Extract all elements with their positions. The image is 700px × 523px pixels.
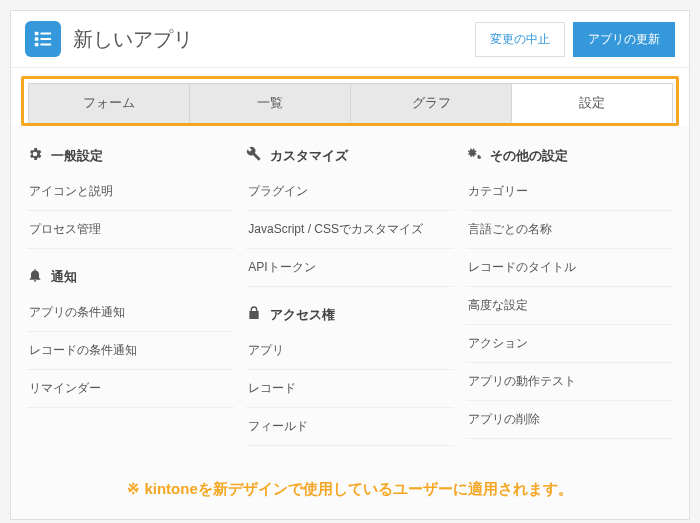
item-record-condition-notify[interactable]: レコードの条件通知 xyxy=(27,332,234,370)
column-3: その他の設定 カテゴリー 言語ごとの名称 レコードのタイトル 高度な設定 アクシ… xyxy=(460,142,679,460)
section-general-title: 一般設定 xyxy=(51,147,103,165)
column-1: 一般設定 アイコンと説明 プロセス管理 通知 アプリの条件通知 レコードの条件通… xyxy=(21,142,240,460)
app-window: 新しいアプリ 変更の中止 アプリの更新 フォーム 一覧 グラフ 設定 一般設定 … xyxy=(10,10,690,520)
svg-rect-0 xyxy=(35,32,39,36)
gear-icon xyxy=(27,146,45,165)
gears-icon xyxy=(466,146,484,165)
svg-rect-2 xyxy=(35,37,39,41)
item-api-token[interactable]: APIトークン xyxy=(246,249,453,287)
section-customize-title: カスタマイズ xyxy=(270,147,348,165)
tab-bar: フォーム 一覧 グラフ 設定 xyxy=(21,76,679,126)
svg-rect-1 xyxy=(40,33,51,35)
tab-settings[interactable]: 設定 xyxy=(511,83,673,123)
lock-icon xyxy=(246,305,264,324)
svg-rect-3 xyxy=(40,38,51,40)
cancel-button[interactable]: 変更の中止 xyxy=(475,22,565,57)
wrench-icon xyxy=(246,146,264,165)
section-other-title: その他の設定 xyxy=(490,147,568,165)
item-js-css[interactable]: JavaScript / CSSでカスタマイズ xyxy=(246,211,453,249)
section-access-title: アクセス権 xyxy=(270,306,335,324)
section-access-header: アクセス権 xyxy=(246,301,453,332)
item-access-record[interactable]: レコード xyxy=(246,370,453,408)
bell-icon xyxy=(27,267,45,286)
item-language-names[interactable]: 言語ごとの名称 xyxy=(466,211,673,249)
tab-list[interactable]: 一覧 xyxy=(189,83,351,123)
item-record-title[interactable]: レコードのタイトル xyxy=(466,249,673,287)
item-advanced[interactable]: 高度な設定 xyxy=(466,287,673,325)
item-category[interactable]: カテゴリー xyxy=(466,173,673,211)
tabs-highlight-frame: フォーム 一覧 グラフ 設定 xyxy=(11,68,689,126)
app-icon xyxy=(25,21,61,57)
item-plugin[interactable]: プラグイン xyxy=(246,173,453,211)
update-button[interactable]: アプリの更新 xyxy=(573,22,675,57)
header: 新しいアプリ 変更の中止 アプリの更新 xyxy=(11,11,689,68)
svg-rect-5 xyxy=(40,44,51,46)
svg-rect-4 xyxy=(35,43,39,47)
column-2: カスタマイズ プラグイン JavaScript / CSSでカスタマイズ API… xyxy=(240,142,459,460)
item-action[interactable]: アクション xyxy=(466,325,673,363)
section-general: 一般設定 アイコンと説明 プロセス管理 xyxy=(27,142,234,249)
tab-graph[interactable]: グラフ xyxy=(350,83,512,123)
section-notify-header: 通知 xyxy=(27,263,234,294)
item-app-condition-notify[interactable]: アプリの条件通知 xyxy=(27,294,234,332)
section-general-header: 一般設定 xyxy=(27,142,234,173)
item-access-app[interactable]: アプリ xyxy=(246,332,453,370)
section-other-header: その他の設定 xyxy=(466,142,673,173)
item-app-delete[interactable]: アプリの削除 xyxy=(466,401,673,439)
section-customize: カスタマイズ プラグイン JavaScript / CSSでカスタマイズ API… xyxy=(246,142,453,287)
section-access: アクセス権 アプリ レコード フィールド xyxy=(246,301,453,446)
section-notify: 通知 アプリの条件通知 レコードの条件通知 リマインダー xyxy=(27,263,234,408)
item-access-field[interactable]: フィールド xyxy=(246,408,453,446)
item-icon-description[interactable]: アイコンと説明 xyxy=(27,173,234,211)
section-customize-header: カスタマイズ xyxy=(246,142,453,173)
section-notify-title: 通知 xyxy=(51,268,77,286)
settings-body: 一般設定 アイコンと説明 プロセス管理 通知 アプリの条件通知 レコードの条件通… xyxy=(11,126,689,466)
item-reminder[interactable]: リマインダー xyxy=(27,370,234,408)
item-process-management[interactable]: プロセス管理 xyxy=(27,211,234,249)
footer-note: ※ kintoneを新デザインで使用しているユーザーに適用されます。 xyxy=(11,466,689,519)
tab-form[interactable]: フォーム xyxy=(28,83,190,123)
item-app-test[interactable]: アプリの動作テスト xyxy=(466,363,673,401)
section-other: その他の設定 カテゴリー 言語ごとの名称 レコードのタイトル 高度な設定 アクシ… xyxy=(466,142,673,439)
page-title: 新しいアプリ xyxy=(73,26,467,53)
